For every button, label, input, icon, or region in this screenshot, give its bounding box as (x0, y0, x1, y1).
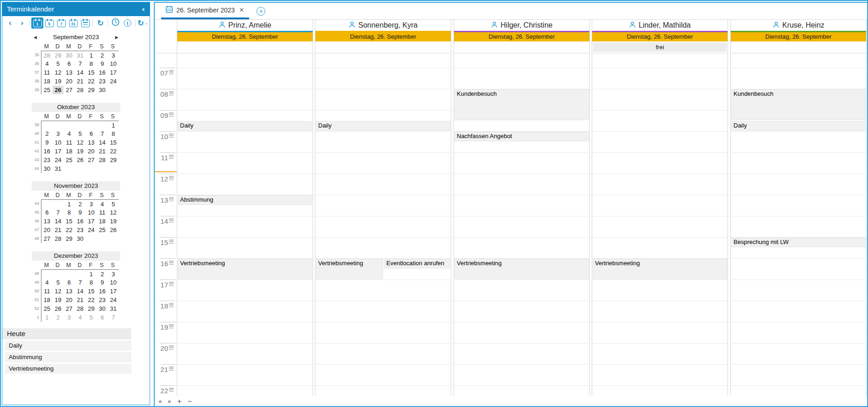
day-cell[interactable]: 25 (41, 86, 52, 94)
day-cell[interactable]: 24 (52, 156, 64, 164)
day-cell[interactable]: 7 (97, 129, 108, 138)
day-cell[interactable]: 10 (108, 59, 119, 68)
collapse-sidebar-button[interactable]: ‹ (142, 2, 145, 16)
day-cell[interactable]: 17 (108, 287, 119, 296)
day-cell[interactable]: 5 (52, 278, 64, 287)
time-scale-button[interactable] (110, 17, 122, 29)
day-cell[interactable]: 3 (52, 129, 64, 138)
today-item[interactable]: Daily (5, 341, 131, 351)
day-cell[interactable]: 15 (86, 287, 97, 296)
day-cell[interactable]: 25 (41, 304, 52, 313)
day-cell[interactable]: 18 (41, 77, 52, 86)
day-cell[interactable]: 18 (64, 147, 75, 156)
day-cell[interactable]: 12 (75, 138, 86, 147)
day-cell[interactable]: 20 (64, 296, 75, 304)
day-cell[interactable]: 1 (86, 51, 97, 59)
day-cell[interactable]: 4 (41, 278, 52, 287)
day-cell[interactable]: 13 (64, 68, 75, 77)
column-header[interactable]: Sonnenberg, Kyra (315, 20, 451, 31)
today-item[interactable]: Abstimmung (5, 352, 131, 362)
day-cell[interactable]: 3 (108, 51, 119, 59)
day-cell[interactable]: 6 (64, 278, 75, 287)
prev-month-icon[interactable]: ◀ (34, 33, 37, 42)
day-cell[interactable]: 5 (108, 200, 119, 208)
day-cell[interactable]: 16 (75, 217, 86, 226)
day-cell[interactable]: 9 (75, 208, 86, 217)
day-cell[interactable]: 27 (64, 304, 75, 313)
day-cell[interactable]: 9 (41, 138, 52, 147)
day-cell[interactable]: 17 (52, 147, 64, 156)
day-cell[interactable]: 4 (97, 200, 108, 208)
day-cell[interactable]: 6 (64, 59, 75, 68)
day-cell[interactable]: 13 (64, 287, 75, 296)
day-cell[interactable]: 22 (108, 147, 119, 156)
day-cell[interactable]: 7 (52, 208, 64, 217)
event[interactable]: Vertriebsmeeting (593, 259, 727, 279)
day-cell[interactable]: 6 (97, 313, 108, 322)
day-cell[interactable]: 28 (75, 86, 86, 94)
event[interactable]: Vertriebsmeeting (178, 259, 312, 279)
day-cell[interactable]: 8 (64, 208, 75, 217)
day-cell[interactable]: 16 (41, 147, 52, 156)
day-cell[interactable]: 23 (41, 156, 52, 164)
day-cell[interactable]: 24 (108, 77, 119, 86)
day-cell[interactable]: 17 (108, 68, 119, 77)
event[interactable]: Vertriebsmeeting (316, 259, 383, 279)
day-cell[interactable]: 19 (108, 217, 119, 226)
column-header[interactable]: Kruse, Heinz (731, 20, 866, 31)
day-cell[interactable]: 23 (75, 226, 86, 234)
event[interactable]: Daily (731, 121, 866, 131)
day-cell[interactable]: 12 (52, 287, 64, 296)
close-tab-icon[interactable]: × (239, 6, 245, 14)
day-cell[interactable]: 30 (97, 304, 108, 313)
day-cell[interactable]: 5 (75, 129, 86, 138)
day-cell[interactable]: 17 (86, 217, 97, 226)
day-cell[interactable]: 1 (108, 121, 119, 129)
day-cell[interactable]: 13 (41, 217, 52, 226)
day-cell[interactable]: 26 (52, 304, 64, 313)
day-cell[interactable]: 29 (108, 156, 119, 164)
refresh-button[interactable]: ↻ (94, 17, 106, 29)
day-cell[interactable]: 2 (97, 51, 108, 59)
day-cell[interactable]: 29 (86, 304, 97, 313)
day-cell[interactable]: 10 (86, 208, 97, 217)
day-cell[interactable]: 16 (97, 68, 108, 77)
day-cell[interactable]: 22 (64, 226, 75, 234)
day-cell[interactable]: 19 (52, 296, 64, 304)
day-cell[interactable]: 2 (75, 200, 86, 208)
today-item[interactable]: Vertriebsmeeting (5, 364, 131, 374)
column-header[interactable]: Prinz, Amelie (177, 20, 313, 31)
agenda-view-button[interactable] (79, 17, 91, 29)
day-cell[interactable]: 3 (108, 270, 119, 278)
day-cell[interactable]: 12 (108, 208, 119, 217)
scroll-right-button[interactable]: » (168, 398, 171, 404)
day-cell[interactable]: 28 (52, 234, 64, 243)
day-cell[interactable]: 21 (52, 226, 64, 234)
day-cell[interactable]: 7 (108, 313, 119, 322)
day-cell[interactable]: 26 (108, 226, 119, 234)
day-cell[interactable]: 6 (41, 208, 52, 217)
day-cell[interactable]: 25 (64, 156, 75, 164)
day-cell[interactable]: 12 (52, 68, 64, 77)
zoom-in-button[interactable]: + (177, 398, 182, 404)
day-cell[interactable]: 4 (75, 313, 86, 322)
day-cell[interactable]: 29 (64, 234, 75, 243)
day-cell[interactable]: 14 (52, 217, 64, 226)
sync-button[interactable]: ↻⌄ (137, 17, 149, 29)
column-header[interactable]: Linder, Mathilda (592, 20, 728, 31)
day-cell[interactable]: 26 (75, 156, 86, 164)
day-cell[interactable]: 20 (64, 77, 75, 86)
day-cell[interactable]: 28 (97, 156, 108, 164)
day-cell[interactable]: 30 (41, 164, 52, 173)
day-cell[interactable]: 8 (86, 278, 97, 287)
day-cell[interactable]: 14 (97, 138, 108, 147)
event[interactable]: Abstimmung (178, 195, 312, 205)
scroll-left-button[interactable]: « (158, 398, 162, 404)
day-cell[interactable]: 28 (41, 51, 52, 59)
day-cell[interactable]: 21 (75, 77, 86, 86)
day-cell[interactable]: 16 (97, 287, 108, 296)
day-cell[interactable]: 15 (86, 68, 97, 77)
day-cell[interactable]: 4 (64, 129, 75, 138)
allday-event[interactable]: frei (593, 42, 727, 52)
day-cell[interactable]: 5 (86, 313, 97, 322)
